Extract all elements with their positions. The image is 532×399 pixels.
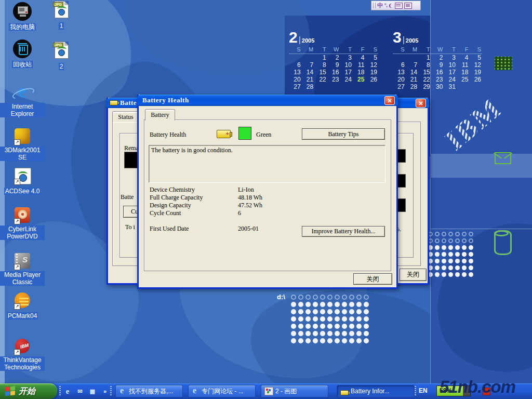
filled-dot xyxy=(455,265,460,270)
calendar-day: 26 xyxy=(469,76,482,83)
filled-dot xyxy=(291,316,296,322)
desktop-icon-label: ACDSee 4.0 xyxy=(4,188,41,195)
filled-dot xyxy=(435,272,440,277)
filled-dot xyxy=(342,309,347,314)
desktop-icon-acdsee[interactable]: ↗ACDSee 4.0 xyxy=(0,166,45,195)
filled-dot xyxy=(448,252,453,257)
calendar-day: 25 xyxy=(457,76,470,83)
desktop-file-jpg-1[interactable]: JPG1 xyxy=(47,1,76,30)
desktop-icon-label: PCMark04 xyxy=(7,312,38,320)
calendar-day: 17 xyxy=(444,69,457,76)
ime-language-bar[interactable]: 中 º, xyxy=(371,1,421,10)
desktop-icon-internet-explorer[interactable]: eInternet Explorer xyxy=(0,83,45,118)
start-button[interactable]: 开始 xyxy=(0,383,57,399)
condition-textbox[interactable]: The battery is in good condition. xyxy=(149,145,385,183)
ime-keyboard-icon[interactable] xyxy=(395,3,403,9)
ring-dot xyxy=(298,295,303,300)
ime-chinese-mode-icon[interactable]: 中 xyxy=(377,2,383,9)
battery-tips-button[interactable]: Battery Tips xyxy=(302,128,385,140)
filled-dot xyxy=(356,338,362,343)
filled-dot xyxy=(305,302,311,307)
calendar-day: 1 xyxy=(418,54,431,61)
calendar-week-row: 6789101112 xyxy=(393,61,482,69)
taskbar-task-4[interactable]: Battery Infor... xyxy=(337,385,415,397)
calendar-week-row: 20212223242526 xyxy=(289,76,378,83)
ime-options-icon[interactable] xyxy=(404,3,412,9)
desktop-file-label: 1 xyxy=(59,22,64,30)
calendar-day: 7 xyxy=(302,61,315,69)
desktop-icon-my-computer[interactable]: 我的电脑 xyxy=(0,2,45,31)
desktop-icon-mpc[interactable]: ↗Media Player Classic xyxy=(0,251,45,286)
filled-dot xyxy=(462,272,467,277)
ime-punctuation-icon[interactable] xyxy=(389,4,393,8)
calendar-separator: | xyxy=(299,35,301,44)
battery-health-dialog[interactable]: Battery Health ✕ Battery Battery Health … xyxy=(137,95,398,289)
filled-dot xyxy=(448,245,453,250)
ime-grip-handle[interactable] xyxy=(373,3,376,8)
health-value: Green xyxy=(256,131,271,139)
calendar-header: 2|2005 xyxy=(289,30,378,46)
info-row-value: Li-Ion xyxy=(238,186,254,194)
quicklaunch-mail-icon[interactable]: ✉ xyxy=(75,386,85,396)
filled-dot xyxy=(435,245,440,250)
filled-dot xyxy=(327,316,332,322)
filled-dot xyxy=(320,302,325,307)
calendar-week-row: 2728 xyxy=(289,83,378,90)
desktop-icon-recycle-bin[interactable]: 回收站 xyxy=(0,39,45,69)
calendar-day: 29 xyxy=(418,83,431,90)
taskbar-task-1[interactable]: 找不到服务器,... xyxy=(115,385,183,397)
info-row-value: 6 xyxy=(238,209,241,217)
filled-dot xyxy=(313,324,318,329)
dialog-close-button[interactable]: 关闭 xyxy=(353,273,392,285)
calendar-weekday: T xyxy=(340,46,353,54)
calendar-weekday: S xyxy=(365,46,378,54)
filled-dot xyxy=(435,265,440,270)
filled-dot xyxy=(462,252,467,257)
calendar-day: 3 xyxy=(340,54,353,61)
improve-battery-health-button[interactable]: Improve Battery Health... xyxy=(302,226,385,237)
filled-dot xyxy=(313,338,318,343)
filled-dot xyxy=(442,245,446,250)
ring-dot xyxy=(356,295,362,300)
battery-information-close-icon[interactable]: ✕ xyxy=(416,99,426,108)
calendar-day: 30 xyxy=(431,83,444,90)
quicklaunch-ie-icon[interactable]: e xyxy=(62,386,73,396)
ime-width-mode-icon[interactable]: º, xyxy=(384,2,388,9)
quicklaunch-show-desktop-icon[interactable]: ▦ xyxy=(87,386,98,396)
calendar-day: 31 xyxy=(444,83,457,90)
battery-health-titlebar[interactable]: Battery Health ✕ xyxy=(137,95,398,106)
calendar-day: 20 xyxy=(289,76,302,83)
bg-close-button[interactable]: 关闭 xyxy=(400,269,427,281)
filled-dot xyxy=(298,309,303,314)
first-used-label: First Used Date xyxy=(150,225,189,233)
calendar-weekday: T xyxy=(444,46,457,54)
calendar-week-row: 6789101112 xyxy=(289,61,378,69)
calendar-day: 26 xyxy=(365,76,378,83)
calendar-day: 22 xyxy=(418,76,431,83)
taskbar-task-3[interactable]: 2 - 画图 xyxy=(261,385,328,397)
calendar-weekday: S xyxy=(469,46,482,54)
powerdvd-icon: ↗ xyxy=(13,206,32,224)
filled-dot xyxy=(469,259,473,263)
desktop-icon-thinkvantage[interactable]: IBM↗ThinkVantage Technologies xyxy=(0,337,45,371)
desktop-icon-pcmark04[interactable]: ↗PCMark04 xyxy=(0,291,45,320)
calendar-day: 27 xyxy=(289,83,302,90)
tab-status[interactable]: Status xyxy=(112,111,139,122)
desktop-file-jpg-2[interactable]: JPG2 xyxy=(47,42,76,71)
battery-health-close-icon[interactable]: ✕ xyxy=(384,96,395,105)
ring-dot xyxy=(335,295,340,300)
calendar-week-row: 20212223242526 xyxy=(393,76,482,83)
filled-dot xyxy=(335,324,340,329)
desktop-icon-powerdvd[interactable]: ↗CyberLink PowerDVD xyxy=(0,206,45,241)
info-row-value: 47.52 Wh xyxy=(238,202,262,209)
filled-dot xyxy=(305,338,311,343)
desktop-icon-3dmark2001[interactable]: ↗3DMark2001 SE xyxy=(0,127,45,162)
tab-battery[interactable]: Battery xyxy=(145,109,175,121)
ring-dot xyxy=(469,238,473,243)
filled-dot xyxy=(462,259,467,263)
taskbar-task-2[interactable]: 专门网论坛 - ... xyxy=(188,385,256,397)
tray-language-indicator[interactable]: EN xyxy=(419,387,428,394)
desktop-icon-label: 回收站 xyxy=(12,61,33,68)
quicklaunch-overflow-chevron[interactable]: » xyxy=(100,386,110,396)
ring-dot xyxy=(442,232,446,236)
